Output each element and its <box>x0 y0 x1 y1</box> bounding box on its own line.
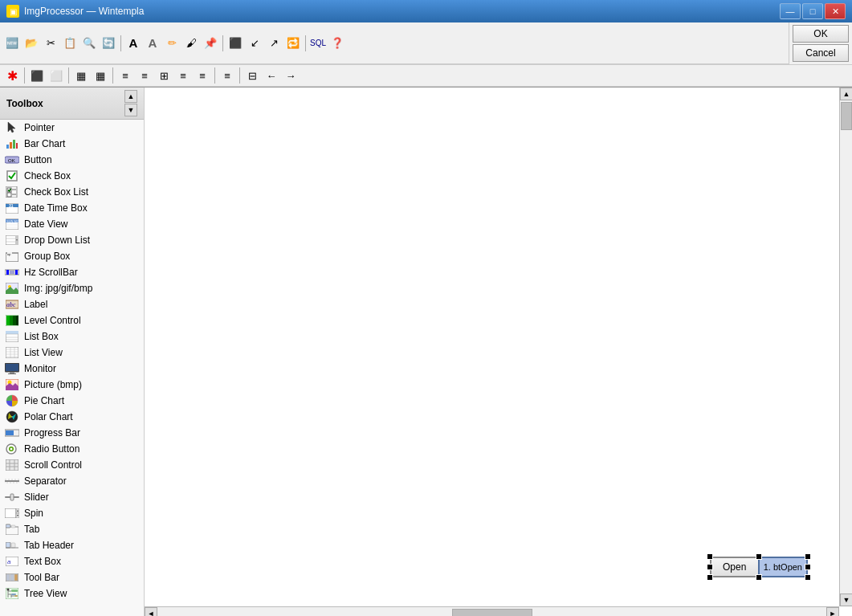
toolbox-item-monitor[interactable]: Monitor <box>0 361 144 377</box>
horizontal-scrollbar[interactable]: ◄ ► <box>145 606 839 616</box>
svg-rect-3 <box>16 143 18 149</box>
sql-button[interactable]: SQL <box>309 35 327 52</box>
canvas-area[interactable]: Open 1. btOpen ▲ ▼ ◄ ► <box>145 88 852 616</box>
cut-button[interactable]: ✂ <box>42 35 59 52</box>
copy-button[interactable]: ⬛ <box>226 35 244 52</box>
star-button[interactable]: ✱ <box>3 67 21 84</box>
toolbox-item-img[interactable]: Img: jpg/gif/bmp <box>0 280 144 296</box>
toolbox-item-list-view[interactable]: List View <box>0 345 144 361</box>
toolbox-item-tool-bar[interactable]: Tool Bar <box>0 569 144 585</box>
toolbox-item-spin[interactable]: Spin <box>0 505 144 521</box>
toolbox-item-picture-bmp[interactable]: Picture (bmp) <box>0 377 144 393</box>
svg-rect-31 <box>10 271 14 274</box>
help-button[interactable]: ❓ <box>328 35 346 52</box>
t2-btn-9[interactable]: ≡ <box>194 67 211 84</box>
handle-bl[interactable] <box>707 574 713 581</box>
handle-tl[interactable] <box>707 553 713 560</box>
toolbox-item-check-box-list[interactable]: Check Box List <box>0 184 144 200</box>
scroll-thumb-h[interactable] <box>452 609 532 617</box>
t2-btn-5[interactable]: ≡ <box>116 67 134 84</box>
toolbox-item-group-box[interactable]: xy Group Box <box>0 248 144 264</box>
app-title: ImgProcessor <box>24 6 84 17</box>
vertical-scrollbar[interactable]: ▲ ▼ <box>839 88 852 606</box>
toolbox-list[interactable]: Pointer Bar Chart <box>0 120 144 616</box>
date-time-box-label: Date Time Box <box>24 202 88 214</box>
handle-bc[interactable] <box>756 574 762 581</box>
hz-scrollbar-icon <box>5 265 19 279</box>
toolbox-item-slider[interactable]: Slider <box>0 489 144 505</box>
t2-btn-6[interactable]: ≡ <box>136 67 153 84</box>
t2-btn-8[interactable]: ≡ <box>174 67 192 84</box>
svg-rect-38 <box>6 316 10 325</box>
svg-rect-29 <box>6 270 9 275</box>
pencil-button[interactable]: ✏ <box>163 35 181 52</box>
t2-btn-7[interactable]: ⊞ <box>155 67 173 84</box>
t2-btn-2[interactable]: ⬜ <box>47 67 65 84</box>
pin-button[interactable]: 📌 <box>202 35 219 52</box>
scroll-right-arrow[interactable]: ► <box>826 607 839 617</box>
t2-btn-13[interactable]: → <box>282 67 300 84</box>
handle-mr[interactable] <box>805 564 811 570</box>
t2-btn-4[interactable]: ▦ <box>92 67 109 84</box>
toolbox-item-polar-chart[interactable]: Polar Chart <box>0 409 144 425</box>
scroll-up-arrow[interactable]: ▲ <box>840 88 852 100</box>
scroll-thumb-v[interactable] <box>841 102 852 130</box>
toolbox-item-check-box[interactable]: Check Box <box>0 168 144 184</box>
paint-button[interactable]: 🖌 <box>182 35 200 52</box>
tab-header-label: Tab Header <box>24 540 74 551</box>
radio-button-label: Radio Button <box>24 443 79 455</box>
toolbox-item-pointer[interactable]: Pointer <box>0 120 144 136</box>
toolbox-item-level-control[interactable]: Level Control <box>0 312 144 328</box>
toolbox-item-tree-view[interactable]: Tree View <box>0 585 144 602</box>
t2-btn-3[interactable]: ▦ <box>72 67 90 84</box>
flip-button[interactable]: ↗ <box>265 35 283 52</box>
toolbox-item-date-view[interactable]: SUN MON Date View <box>0 216 144 232</box>
font-b-button[interactable]: A <box>144 35 161 52</box>
toolbox-scroll-down[interactable]: ▼ <box>124 104 137 116</box>
find-button[interactable]: 🔍 <box>80 35 98 52</box>
toolbox-item-pie-chart[interactable]: Pie Chart <box>0 393 144 409</box>
maximize-button[interactable]: □ <box>802 3 823 19</box>
ok-button[interactable]: OK <box>793 25 849 43</box>
toolbox-item-label[interactable]: abc Label <box>0 296 144 312</box>
toolbox-item-progress-bar[interactable]: Progress Bar <box>0 425 144 441</box>
handle-ml[interactable] <box>707 564 713 570</box>
toolbox-item-tab[interactable]: Tab <box>0 521 144 537</box>
spin-label: Spin <box>24 508 43 519</box>
t2-btn-1[interactable]: ⬛ <box>28 67 46 84</box>
canvas-open-button[interactable]: Open <box>710 557 758 577</box>
close-button[interactable]: ✕ <box>825 3 846 19</box>
cancel-button[interactable]: Cancel <box>793 44 849 62</box>
scroll-down-arrow[interactable]: ▼ <box>840 594 852 606</box>
toolbox-item-separator[interactable]: Separator <box>0 473 144 489</box>
toolbox-item-date-time-box[interactable]: 31 Date Time Box <box>0 200 144 216</box>
handle-tr[interactable] <box>805 553 811 560</box>
drop-down-list-label: Drop Down List <box>24 235 90 246</box>
minimize-button[interactable]: — <box>780 3 801 19</box>
toolbox-item-text-box[interactable]: a Text Box <box>0 553 144 569</box>
new-button[interactable]: 🆕 <box>3 35 21 52</box>
toolbox-item-drop-down-list[interactable]: Drop Down List <box>0 232 144 248</box>
t2-btn-12[interactable]: ← <box>263 67 280 84</box>
svg-text:abc: abc <box>6 301 16 308</box>
toolbox-item-scroll-control[interactable]: Scroll Control <box>0 457 144 473</box>
handle-tc[interactable] <box>756 553 762 560</box>
t2-btn-10[interactable]: ≡ <box>218 67 236 84</box>
open-button[interactable]: 📂 <box>22 35 40 52</box>
toolbox-scroll-up[interactable]: ▲ <box>124 90 137 103</box>
toolbox-item-hz-scrollbar[interactable]: Hz ScrollBar <box>0 264 144 280</box>
refresh-button[interactable]: 🔄 <box>100 35 117 52</box>
font-a-button[interactable]: A <box>124 35 142 52</box>
handle-br[interactable] <box>805 574 811 581</box>
paste2-button[interactable]: ↙ <box>246 35 263 52</box>
paste-button[interactable]: 📋 <box>61 35 79 52</box>
toolbox-item-bar-chart[interactable]: Bar Chart <box>0 136 144 152</box>
toolbox-item-button[interactable]: OK Button <box>0 152 144 168</box>
scroll-left-arrow[interactable]: ◄ <box>145 607 157 617</box>
check-box-list-icon <box>5 185 19 199</box>
toolbox-item-radio-button[interactable]: Radio Button <box>0 441 144 457</box>
toolbox-item-tab-header[interactable]: Tab Header <box>0 537 144 553</box>
undo-button[interactable]: 🔁 <box>284 35 302 52</box>
toolbox-item-list-box[interactable]: List Box <box>0 328 144 345</box>
t2-btn-11[interactable]: ⊟ <box>243 67 261 84</box>
